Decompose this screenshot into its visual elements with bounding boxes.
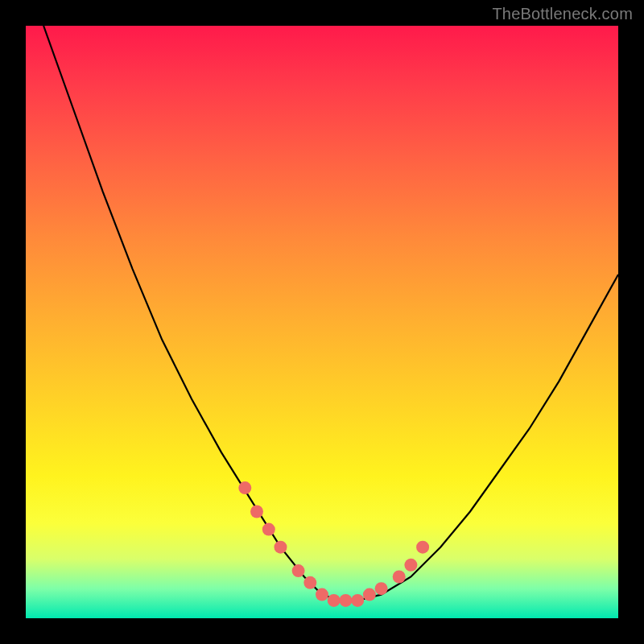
- highlight-dot: [363, 588, 376, 601]
- curve-svg: [26, 26, 618, 618]
- highlight-dots-group: [238, 481, 429, 607]
- highlight-dot: [404, 559, 417, 572]
- highlight-dot: [375, 582, 388, 595]
- highlight-dot: [328, 594, 341, 607]
- highlight-dot: [262, 523, 275, 536]
- highlight-dot: [250, 506, 263, 518]
- highlight-dot: [238, 481, 251, 494]
- highlight-dot: [416, 541, 429, 554]
- highlight-dot: [303, 576, 316, 589]
- highlight-dot: [292, 564, 305, 577]
- plot-area: [26, 26, 618, 618]
- highlight-dot: [351, 594, 364, 607]
- highlight-dot: [393, 571, 406, 584]
- highlight-dot: [316, 588, 328, 601]
- bottleneck-curve: [43, 26, 618, 601]
- highlight-dot: [339, 594, 352, 607]
- watermark-text: TheBottleneck.com: [492, 5, 633, 23]
- chart-frame: TheBottleneck.com: [0, 0, 644, 644]
- highlight-dot: [275, 541, 287, 554]
